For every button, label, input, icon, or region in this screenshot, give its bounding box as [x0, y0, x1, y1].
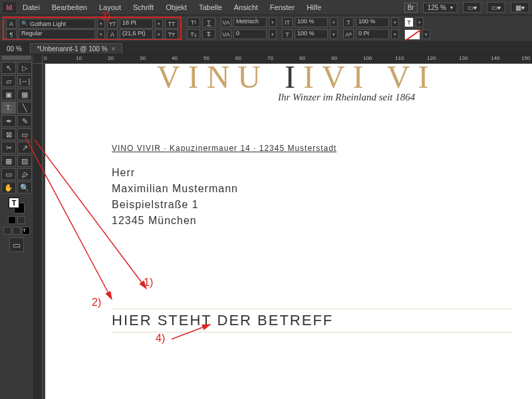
content-placer-tool[interactable]: ▦ — [17, 88, 32, 100]
hscale-input[interactable]: 100 % — [295, 29, 328, 39]
selection-tool[interactable]: ↖ — [1, 62, 16, 74]
zoom-level[interactable]: 125 %▾ — [423, 3, 458, 13]
baseline-icon: T — [343, 17, 354, 27]
menubar: Id Datei Bearbeiten Layout Schrift Objek… — [0, 0, 532, 15]
menu-ansicht[interactable]: Ansicht — [234, 3, 258, 11]
zoom-value: 125 % — [428, 4, 446, 11]
gradient-swatch-tool[interactable]: ▦ — [1, 155, 16, 167]
document-tab[interactable]: *Unbenannt-1 @ 100 % × — [30, 43, 123, 54]
stroke-none-icon[interactable] — [404, 29, 420, 40]
apply-gradient[interactable] — [17, 216, 25, 224]
stroke-dd[interactable]: ▾ — [422, 29, 430, 39]
rectangle-frame-tool[interactable]: ⊠ — [1, 128, 16, 140]
close-icon[interactable]: × — [112, 45, 116, 53]
canvas[interactable]: VINU IIVI VI Ihr Winzer im Rheinland sei… — [43, 64, 532, 399]
sender-line[interactable]: VINO VIVIR · Kapuzinermauer 14 · 12345 M… — [112, 144, 336, 153]
swatch-control[interactable]: T — [9, 198, 25, 213]
menu-hilfe[interactable]: Hilfe — [307, 3, 321, 11]
address-block[interactable]: Herr Maximilian Mustermann Beispielstraß… — [112, 165, 238, 229]
menu-tabelle[interactable]: Tabelle — [199, 3, 222, 11]
character-mode-icon[interactable]: A — [6, 19, 17, 29]
scissors-tool[interactable]: ✂ — [1, 142, 16, 154]
menu-datei[interactable]: Datei — [23, 3, 40, 11]
menu-bearbeiten[interactable]: Bearbeiten — [52, 3, 87, 11]
tracking-input[interactable]: 0 — [233, 29, 267, 39]
menu-schrift[interactable]: Schrift — [133, 3, 154, 11]
pencil-tool[interactable]: ✎ — [17, 115, 32, 127]
type-tool[interactable]: T. — [1, 102, 16, 114]
all-caps-button[interactable]: TT — [165, 19, 178, 29]
character-controls-group: A Gotham Light ▾ ᴛT 18 Pt ▾ TT ¶ Regular… — [3, 17, 182, 40]
direct-selection-tool[interactable]: ▷ — [17, 62, 32, 74]
leading-dropdown[interactable]: ▾ — [155, 29, 163, 39]
eyedropper-tool[interactable]: ⌮ — [17, 168, 32, 180]
paragraph-mode-icon[interactable]: ¶ — [6, 29, 17, 39]
underline-button[interactable]: T — [202, 17, 215, 27]
tracking-icon: VA — [221, 29, 231, 39]
content-collector-tool[interactable]: ▣ — [1, 88, 16, 100]
sh-dd[interactable]: ▾ — [391, 29, 399, 39]
small-caps-button[interactable]: Tᴛ — [165, 29, 178, 39]
tracking-dropdown[interactable]: ▾ — [269, 29, 277, 39]
addr-title: Herr — [112, 165, 238, 181]
fill-swatch[interactable]: T — [9, 198, 19, 208]
mode-text[interactable]: T — [22, 227, 30, 235]
font-size-icon: ᴛT — [107, 19, 118, 29]
bl-dd[interactable]: ▾ — [391, 17, 399, 27]
arrange-icon[interactable]: ▦▾ — [511, 2, 529, 13]
font-size-input[interactable]: 18 Pt — [120, 19, 153, 29]
gradient-feather-tool[interactable]: ▨ — [17, 155, 32, 167]
gap-tool[interactable]: |↔| — [17, 75, 32, 87]
logo-part: VINU — [157, 59, 285, 94]
strikethrough-button[interactable]: T̶ — [202, 29, 215, 39]
bridge-icon[interactable]: Br — [404, 3, 418, 13]
pen-tool[interactable]: ✒ — [1, 115, 16, 127]
subject-frame[interactable]: HIER STEHT DER BETREFF — [112, 309, 512, 332]
font-style-input[interactable]: Regular — [19, 29, 95, 39]
view-mode-button[interactable]: ▭ — [9, 237, 24, 252]
page-tool[interactable]: ▱ — [1, 75, 16, 87]
rectangle-tool[interactable]: ▭ — [17, 128, 32, 140]
zoom-tool[interactable]: 🔍 — [17, 182, 32, 194]
apply-color[interactable] — [8, 216, 16, 224]
font-size-dropdown[interactable]: ▾ — [155, 19, 163, 29]
shift-input[interactable]: 0 Pt — [356, 29, 389, 39]
app-logo-icon: Id — [3, 2, 16, 13]
menubar-right: Br 125 %▾ ▭▾ ▭▾ ▦▾ — [404, 2, 529, 13]
font-family-input[interactable]: Gotham Light — [19, 19, 95, 29]
note-tool[interactable]: ▭ — [1, 168, 16, 180]
font-style-dropdown[interactable]: ▾ — [97, 29, 105, 39]
mode-normal[interactable] — [3, 227, 11, 235]
hscale-dropdown[interactable]: ▾ — [330, 29, 338, 39]
kerning-dropdown[interactable]: ▾ — [269, 17, 277, 27]
logo-text: VINU IIVI VI — [157, 59, 436, 95]
screen-mode-icon[interactable]: ▭▾ — [487, 2, 505, 13]
hand-tool[interactable]: ✋ — [1, 182, 16, 194]
document-page[interactable]: VINU IIVI VI Ihr Winzer im Rheinland sei… — [45, 64, 532, 399]
fill-color-button[interactable]: T — [404, 17, 414, 27]
fill-dd[interactable]: ▾ — [416, 17, 424, 27]
superscript-button[interactable]: T¹ — [187, 17, 200, 27]
ruler-origin[interactable] — [33, 55, 43, 64]
subscript-button[interactable]: T₁ — [187, 29, 200, 39]
vertical-ruler — [33, 64, 43, 399]
menu-fenster[interactable]: Fenster — [270, 3, 295, 11]
line-tool[interactable]: ╲ — [17, 102, 32, 114]
leading-input[interactable]: (21,6 Pt) — [120, 29, 153, 39]
leading-icon: A — [107, 29, 118, 39]
vscale-input[interactable]: 100 % — [295, 17, 328, 27]
free-transform-tool[interactable]: ↗ — [17, 142, 32, 154]
menu-layout[interactable]: Layout — [99, 3, 121, 11]
toolbox-grip[interactable] — [2, 56, 31, 60]
mode-none[interactable] — [13, 227, 21, 235]
view-options-icon[interactable]: ▭▾ — [463, 2, 481, 13]
kerning-input[interactable]: Metrisch — [233, 17, 267, 27]
menu-objekt[interactable]: Objekt — [166, 3, 187, 11]
control-panel: A Gotham Light ▾ ᴛT 18 Pt ▾ TT ¶ Regular… — [0, 15, 532, 41]
subject-text[interactable]: HIER STEHT DER BETREFF — [112, 312, 333, 329]
addr-street: Beispielstraße 1 — [112, 197, 238, 213]
baseline-input[interactable]: 100 % — [356, 17, 389, 27]
font-family-dropdown[interactable]: ▾ — [97, 19, 105, 29]
ruler-tick: 10 — [76, 55, 82, 61]
vscale-dropdown[interactable]: ▾ — [330, 17, 338, 27]
